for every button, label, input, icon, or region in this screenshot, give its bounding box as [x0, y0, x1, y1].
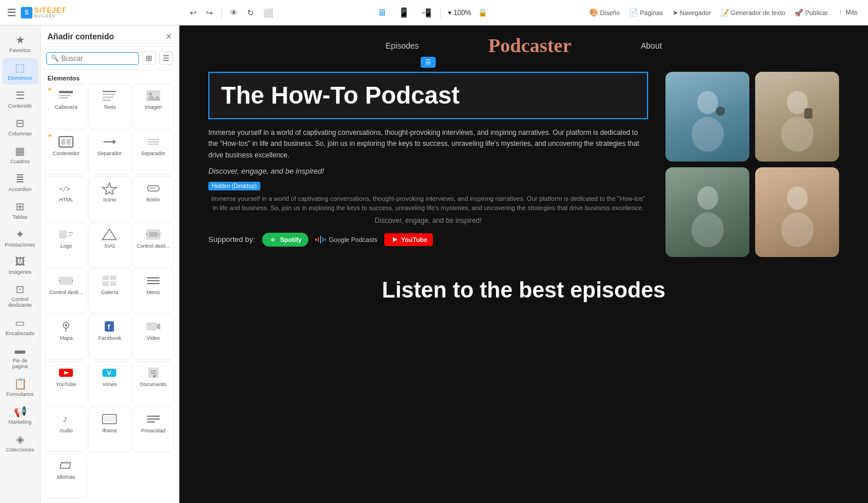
youtube-badge[interactable]: YouTube	[384, 233, 433, 246]
element-privacidad[interactable]: Privacidad	[133, 407, 174, 452]
redo-button[interactable]: ↪	[203, 6, 216, 20]
sidebar-item-encabezado[interactable]: ▭ Encabezado	[2, 313, 38, 340]
element-control-desli1[interactable]: Control desli...	[133, 223, 174, 267]
sidebar-label: Pie de pagina	[5, 358, 36, 369]
sidebar-label: Favoritos	[9, 47, 31, 53]
element-cabecera[interactable]: ★ Cabecera	[45, 84, 87, 128]
sidebar-item-contenido[interactable]: ☰ Contenido	[2, 86, 38, 112]
svg-marker-19	[102, 183, 116, 194]
google-podcasts-badge[interactable]: Google Podcasts	[315, 236, 377, 244]
site-nav: Episodes Podcaster About	[179, 25, 868, 66]
element-idiomas[interactable]: Idiomas	[45, 454, 87, 498]
element-iframe[interactable]: Iframe	[89, 407, 130, 452]
slider-icon: ⊡	[16, 283, 24, 296]
zoom-dropdown[interactable]: ▾	[448, 9, 451, 17]
nav-link-episodes[interactable]: Episodes	[385, 41, 419, 50]
spotify-badge[interactable]: Spotify	[262, 233, 308, 247]
element-contenedor[interactable]: ★ Contenedor	[45, 130, 87, 175]
navegador-button[interactable]: ➤ Navegador	[669, 6, 715, 19]
generador-texto-button[interactable]: 📝 Generador de texto	[717, 6, 789, 19]
logo: S SITEJET BUILDER	[21, 7, 67, 19]
diseno-button[interactable]: 🎨 Diseño	[586, 6, 623, 19]
element-separador1[interactable]: Separador	[89, 130, 130, 175]
lock-icon: 🔒	[478, 8, 487, 17]
element-html[interactable]: </> HTML	[45, 177, 87, 221]
sidebar-item-prestaciones[interactable]: ✦ Prestaciones	[2, 225, 38, 251]
sidebar-item-control-deslizante[interactable]: ⊡ Control deslizante	[2, 280, 38, 312]
mas-button[interactable]: ⋮ Más	[834, 6, 861, 19]
element-youtube[interactable]: YouTube	[45, 361, 87, 406]
boxes-icon: ▦	[15, 145, 25, 157]
forms-icon: 📋	[14, 377, 27, 390]
hamburger-menu[interactable]: ☰	[7, 6, 16, 19]
sidebar-label: Elementos	[8, 75, 32, 81]
search-input[interactable]	[61, 54, 134, 63]
mobile-view-button[interactable]: 📲	[419, 6, 433, 20]
svg-rect-5	[102, 97, 114, 98]
element-separador2[interactable]: Separador	[133, 130, 174, 175]
svg-rect-22	[59, 230, 67, 238]
sidebar-item-colecciones[interactable]: ◈ Colecciones	[2, 429, 38, 456]
element-documento[interactable]: Documento	[133, 361, 174, 406]
desktop-view-button[interactable]: 🖥	[375, 5, 389, 20]
sidebar-item-accordion[interactable]: ≣ Accordion	[2, 169, 38, 196]
svg-rect-38	[147, 280, 160, 281]
publicar-icon: 🚀	[795, 9, 803, 17]
svg-rect-35	[102, 281, 109, 286]
element-audio[interactable]: ♪ Audio	[45, 407, 87, 452]
element-galeria[interactable]: Galería	[89, 269, 130, 314]
svg-rect-21	[149, 188, 155, 189]
star-icon: ★	[16, 34, 25, 46]
paginas-button[interactable]: 📄 Páginas	[626, 6, 667, 19]
svg-rect-76	[804, 108, 812, 119]
sidebar-item-imagenes[interactable]: 🖼 Imágenes	[2, 252, 38, 278]
sidebar-item-cuadros[interactable]: ▦ Cuadros	[2, 141, 38, 168]
view-grid-button[interactable]: ⊞	[142, 52, 156, 65]
element-control-desli2[interactable]: Control desli...	[45, 269, 87, 314]
hero-left: ☰ The How-To Podcast Immerse yourself in…	[208, 72, 648, 247]
element-facebook[interactable]: f Facebook	[89, 315, 130, 359]
sidebar-label: Formularios	[6, 391, 34, 397]
sidebar-item-pie-de-pagina[interactable]: ▬ Pie de pagina	[2, 341, 38, 373]
pages-button[interactable]: ⬜	[260, 6, 277, 20]
element-boton[interactable]: Botón	[133, 177, 174, 221]
sidebar-item-columnas[interactable]: ⊟ Columnas	[2, 113, 38, 140]
element-svg[interactable]: SVG	[89, 223, 130, 267]
element-mapa[interactable]: Mapa	[45, 315, 87, 359]
svg-rect-23	[68, 232, 73, 233]
element-texto[interactable]: Texto	[89, 84, 130, 128]
spotify-icon	[269, 236, 277, 244]
close-panel-button[interactable]: ×	[165, 31, 172, 42]
element-vimeo[interactable]: V Vimeo	[89, 361, 130, 406]
element-menu[interactable]: Menú	[133, 269, 174, 314]
element-video[interactable]: Video	[133, 315, 174, 359]
element-icono[interactable]: Icono	[89, 177, 130, 221]
sidebar-item-tablas[interactable]: ⊞ Tablas	[2, 197, 38, 223]
star-badge: ★	[47, 133, 52, 138]
element-logo[interactable]: Logo	[45, 223, 87, 267]
element-imagen[interactable]: Imagen	[133, 84, 174, 128]
sidebar-item-elementos[interactable]: ⬚ Elementos	[2, 58, 38, 85]
preview-button[interactable]: 👁	[226, 6, 241, 20]
sidebar-label: Contenido	[8, 103, 32, 109]
view-list-button[interactable]: ☰	[159, 52, 173, 65]
icono-element-icon	[101, 182, 117, 194]
table-icon: ⊞	[16, 200, 24, 213]
refresh-button[interactable]: ↻	[244, 6, 258, 20]
canvas-area: Episodes Podcaster About ☰	[179, 25, 868, 503]
svg-point-79	[787, 186, 808, 210]
sidebar-item-formularios[interactable]: 📋 Formularios	[2, 374, 38, 401]
podcast-image-3	[665, 167, 749, 257]
sidebar-item-favoritos[interactable]: ★ Favoritos	[2, 30, 38, 57]
tablet-view-button[interactable]: 📱	[396, 5, 412, 20]
hero-title-container[interactable]: ☰ The How-To Podcast	[208, 72, 648, 119]
listen-title: Listen to the best episodes	[203, 278, 845, 303]
nav-link-about[interactable]: About	[641, 41, 662, 50]
undo-button[interactable]: ↩	[186, 6, 200, 20]
publicar-button[interactable]: 🚀 Publicar	[791, 6, 832, 19]
video-icon	[145, 320, 161, 333]
separador2-icon	[145, 135, 161, 148]
sidebar-item-marketing[interactable]: 📢 Marketing	[2, 402, 38, 428]
svg-point-78	[692, 212, 724, 247]
element-label: Documento	[140, 381, 167, 387]
